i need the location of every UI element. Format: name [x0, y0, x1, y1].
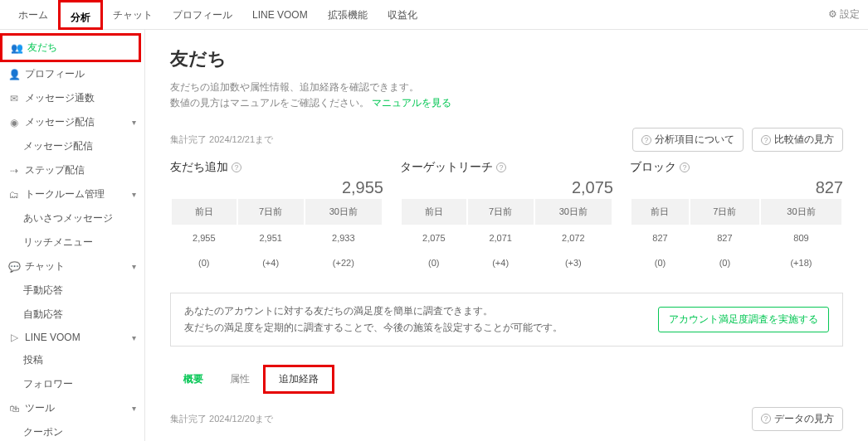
nav-monetize[interactable]: 収益化: [378, 0, 427, 30]
sub-tabs: 概要 属性 追加経路: [170, 365, 843, 394]
sidebar-label: あいさつメッセージ: [23, 211, 113, 225]
user-icon: 👤: [8, 69, 20, 80]
btn-label: データの見方: [774, 412, 834, 426]
sidebar-item-talkroom[interactable]: 🗂トークルーム管理▾: [0, 182, 144, 206]
sidebar-item-voom[interactable]: ▷LINE VOOM▾: [0, 327, 144, 348]
sidebar-sub-manual[interactable]: 手動応答: [0, 279, 144, 303]
sidebar-label: メッセージ配信: [25, 115, 95, 129]
desc-line1: 友だちの追加数や属性情報、追加経路を確認できます。: [170, 80, 843, 95]
cell-value: 2,075: [402, 226, 466, 250]
broadcast-icon: ◉: [8, 117, 20, 128]
sidebar-sub-greeting[interactable]: あいさつメッセージ: [0, 206, 144, 230]
sidebar-sub-followers[interactable]: フォロワー: [0, 372, 144, 396]
cell-delta: (0): [172, 251, 237, 274]
chevron-down-icon: ▾: [132, 118, 136, 127]
sidebar-item-chat[interactable]: 💬チャット▾: [0, 254, 144, 279]
sidebar-sub-posts[interactable]: 投稿: [0, 348, 144, 372]
aggregation-date: 集計完了 2024/12/21まで: [170, 133, 273, 146]
compare-button[interactable]: ?比較値の見方: [752, 128, 843, 152]
nav-chat[interactable]: チャット: [103, 0, 163, 30]
chevron-down-icon: ▾: [132, 190, 136, 199]
help-icon: ?: [496, 162, 506, 172]
chevron-down-icon: ▾: [132, 404, 136, 413]
nav-home[interactable]: ホーム: [8, 0, 58, 30]
sidebar-label: 自動応答: [23, 308, 63, 322]
stat-card: 友だち追加 ? 2,955 前日7日前30日前 2,9552,9512,933 …: [170, 160, 383, 276]
cell-value: 827: [690, 226, 759, 250]
col-header: 7日前: [468, 199, 534, 225]
cell-value: 2,072: [535, 226, 612, 250]
sidebar-item-profile[interactable]: 👤プロフィール: [0, 62, 144, 86]
card-table: 前日7日前30日前 827827809 (0)(0)(+18): [630, 197, 843, 276]
tab-add-route[interactable]: 追加経路: [263, 365, 334, 394]
help-icon: ?: [761, 414, 771, 424]
play-icon: ▷: [8, 332, 20, 343]
banner-line1: あなたのアカウントに対する友だちの満足度を簡単に調査できます。: [184, 303, 658, 319]
col-header: 7日前: [690, 199, 759, 225]
sidebar-item-step[interactable]: ⇢ステップ配信: [0, 158, 144, 182]
data-view-button[interactable]: ?データの見方: [752, 407, 843, 431]
sidebar-label: 手動応答: [23, 284, 63, 298]
survey-cta-button[interactable]: アカウント満足度調査を実施する: [658, 307, 829, 332]
help-icon: ?: [641, 135, 651, 145]
sidebar-label: プロフィール: [25, 67, 85, 81]
cell-value: 809: [761, 226, 841, 250]
sidebar-item-message-count[interactable]: ✉メッセージ通数: [0, 86, 144, 110]
satisfaction-banner: あなたのアカウントに対する友だちの満足度を簡単に調査できます。 友だちの満足度を…: [170, 293, 843, 346]
card-total: 827: [630, 178, 843, 197]
sidebar-label: メッセージ通数: [25, 91, 95, 105]
about-items-button[interactable]: ?分析項目について: [632, 128, 744, 152]
nav-profile[interactable]: プロフィール: [163, 0, 242, 30]
users-icon: 👥: [11, 42, 22, 54]
col-header: 前日: [172, 199, 237, 225]
room-icon: 🗂: [8, 189, 20, 201]
desc-line2: 数値の見方はマニュアルをご確認ください。: [170, 97, 369, 109]
col-header: 30日前: [305, 199, 382, 225]
cell-value: 2,955: [172, 226, 237, 250]
settings-link[interactable]: ⚙ 設定: [828, 7, 860, 22]
sidebar-sub-richmenu[interactable]: リッチメニュー: [0, 230, 144, 254]
sidebar-label: LINE VOOM: [25, 332, 80, 343]
sidebar-sub-broadcast[interactable]: メッセージ配信: [0, 134, 144, 158]
sidebar: 👥 友だち 👤プロフィール ✉メッセージ通数 ◉メッセージ配信▾ メッセージ配信…: [0, 30, 145, 441]
sidebar-label: ツール: [25, 401, 55, 415]
top-nav: ホーム 分析 チャット プロフィール LINE VOOM 拡張機能 収益化 ⚙ …: [0, 0, 868, 30]
sidebar-label: クーポン: [23, 425, 63, 439]
stat-card: ブロック ? 827 前日7日前30日前 827827809 (0)(0)(+1…: [630, 160, 843, 276]
cell-value: 2,933: [305, 226, 382, 250]
help-icon: ?: [761, 135, 771, 145]
chevron-down-icon: ▾: [132, 333, 136, 342]
cell-delta: (0): [402, 251, 466, 274]
nav-voom[interactable]: LINE VOOM: [242, 0, 318, 30]
sidebar-sub-coupon[interactable]: クーポン: [0, 420, 144, 441]
col-header: 30日前: [761, 199, 841, 225]
sidebar-label: チャット: [25, 259, 65, 274]
sidebar-item-friends[interactable]: 👥 友だち: [2, 36, 139, 60]
cell-delta: (+3): [535, 251, 612, 274]
chat-icon: 💬: [8, 261, 20, 273]
cell-delta: (0): [690, 251, 759, 274]
sidebar-label: ステップ配信: [25, 163, 85, 177]
cell-delta: (+22): [305, 251, 382, 274]
nav-extensions[interactable]: 拡張機能: [318, 0, 378, 30]
sidebar-item-tools[interactable]: 🛍ツール▾: [0, 396, 144, 420]
tab-attributes[interactable]: 属性: [217, 367, 263, 391]
card-total: 2,955: [170, 178, 383, 197]
bag-icon: 🛍: [8, 403, 20, 414]
banner-line2: 友だちの満足度を定期的に調査することで、今後の施策を設定することが可能です。: [184, 320, 658, 336]
sidebar-label: トークルーム管理: [25, 187, 105, 201]
cell-delta: (+4): [468, 251, 534, 274]
page-title: 友だち: [170, 46, 843, 71]
cell-delta: (+4): [238, 251, 304, 274]
sidebar-item-broadcast[interactable]: ◉メッセージ配信▾: [0, 110, 144, 134]
cell-value: 2,071: [468, 226, 534, 250]
manual-link[interactable]: マニュアルを見る: [372, 97, 451, 109]
cell-delta: (0): [631, 251, 689, 274]
cell-delta: (+18): [761, 251, 841, 274]
sidebar-label: フォロワー: [23, 377, 73, 391]
chevron-down-icon: ▾: [132, 262, 136, 271]
tab-overview[interactable]: 概要: [170, 367, 217, 391]
sidebar-label: リッチメニュー: [23, 235, 93, 250]
nav-analytics[interactable]: 分析: [58, 0, 103, 30]
sidebar-sub-auto[interactable]: 自動応答: [0, 303, 144, 327]
